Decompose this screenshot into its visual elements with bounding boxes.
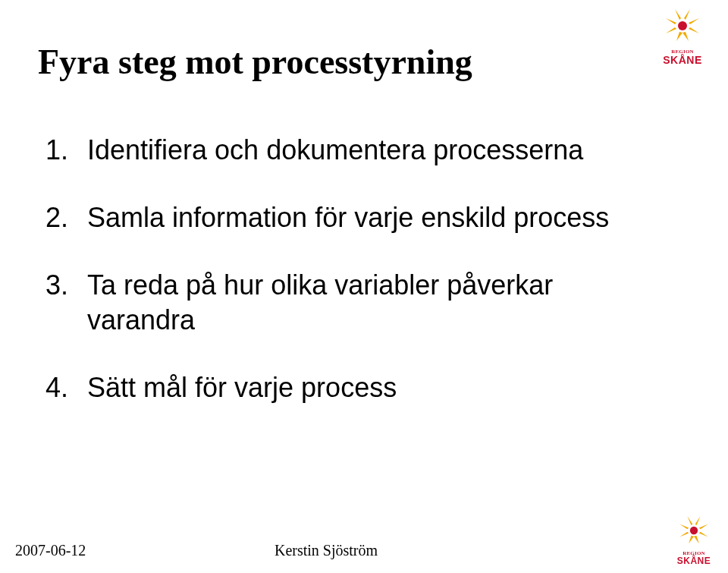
list-item-text: Ta reda på hur olika variabler påverkar … [87,268,652,339]
list-item: 1. Identifiera och dokumentera processer… [46,133,652,168]
skane-logo-top: REGION SKÅNE [656,8,709,65]
svg-point-1 [690,527,698,534]
skane-logo-bottom: REGION SKÅNE [671,515,717,565]
list-item-text: Samla information för varje enskild proc… [87,200,652,236]
sun-icon [671,515,717,551]
list-item-number: 2. [46,200,87,236]
list-item: 4. Sätt mål för varje process [46,370,652,406]
list-item: 2. Samla information för varje enskild p… [46,200,652,236]
svg-point-0 [678,21,687,30]
logo-name-text: SKÅNE [671,556,717,565]
footer-date: 2007-06-12 [15,542,86,559]
list-item-text: Identifiera och dokumentera processerna [87,133,652,168]
slide-footer: 2007-06-12 Kerstin Sjöström [15,542,637,559]
logo-name-text: SKÅNE [656,55,709,65]
slide-title: Fyra steg mot processtyrning [38,42,472,82]
slide-list: 1. Identifiera och dokumentera processer… [46,133,652,438]
slide: REGION SKÅNE Fyra steg mot processtyrnin… [0,0,728,573]
footer-author: Kerstin Sjöström [275,542,378,559]
list-item-number: 4. [46,370,87,406]
list-item-text: Sätt mål för varje process [87,370,652,406]
sun-icon [656,8,709,49]
list-item: 3. Ta reda på hur olika variabler påverk… [46,268,652,339]
list-item-number: 3. [46,268,87,304]
list-item-number: 1. [46,133,87,168]
